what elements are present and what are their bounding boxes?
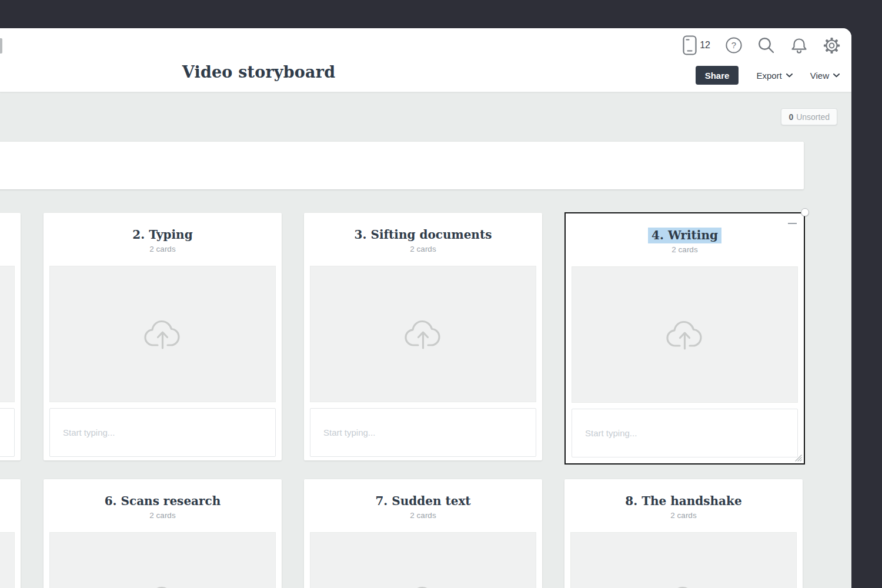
storyboard-card-selected[interactable]: 4. Writing 2 cards <box>564 212 805 465</box>
card-count-subtitle: 2 cards <box>566 245 804 254</box>
card-title[interactable]: 8. The handshake <box>564 493 803 509</box>
storyboard-card[interactable]: 8. The handshake 2 cards <box>564 479 803 588</box>
view-dropdown[interactable]: View <box>810 71 840 81</box>
card-count-subtitle: 2 cards <box>304 245 542 253</box>
cloud-upload-icon <box>142 318 183 350</box>
card-count-button[interactable]: 12 <box>683 35 710 55</box>
selected-title-text[interactable]: 4. Writing <box>648 228 721 243</box>
cloud-upload-icon <box>664 319 706 350</box>
unsorted-count: 0 <box>789 112 793 122</box>
cloud-upload-icon <box>663 584 704 588</box>
card-textbox[interactable] <box>0 408 15 457</box>
cloud-upload-icon <box>403 584 444 588</box>
header-icon-row: 12 ? <box>683 36 840 55</box>
app-window: Video storyboard 12 <box>0 28 851 588</box>
export-label: Export <box>756 71 781 81</box>
upload-dropzone[interactable] <box>310 532 536 588</box>
chevron-down-icon <box>786 74 793 78</box>
page-title[interactable]: Video storyboard <box>0 63 517 81</box>
card-tray-icon <box>683 35 697 55</box>
card-textbox[interactable] <box>310 408 536 457</box>
bell-icon <box>790 36 808 54</box>
export-dropdown[interactable]: Export <box>756 71 792 81</box>
card-text-input[interactable] <box>310 409 536 456</box>
view-label: View <box>810 71 829 81</box>
upload-dropzone[interactable] <box>572 266 798 403</box>
card-textbox[interactable] <box>572 409 798 457</box>
card-count-subtitle: 2 cards <box>564 511 803 520</box>
card-count-subtitle: 2 cards <box>44 511 282 520</box>
card-text-input[interactable] <box>572 409 797 457</box>
empty-row-card[interactable] <box>0 142 804 189</box>
card-textbox[interactable] <box>49 408 276 457</box>
header-actions: Share Export View <box>696 66 840 85</box>
help-button[interactable]: ? <box>726 37 742 54</box>
upload-dropzone[interactable] <box>310 266 536 402</box>
cloud-upload-icon <box>403 318 444 350</box>
card-count-subtitle: 2 cards <box>304 511 542 520</box>
chevron-down-icon <box>833 74 840 78</box>
card-count-subtitle: 2 cards <box>44 245 282 253</box>
card-text-input[interactable] <box>50 409 275 456</box>
notifications-button[interactable] <box>790 36 808 54</box>
card-title[interactable]: 7. Sudden text <box>304 493 542 509</box>
storyboard-card-partial[interactable] <box>0 479 21 588</box>
svg-text:?: ? <box>731 40 736 50</box>
upload-dropzone[interactable] <box>0 532 15 588</box>
magnifier-icon <box>757 36 775 54</box>
card-title[interactable]: 4. Writing <box>566 228 804 243</box>
upload-dropzone[interactable] <box>0 266 15 402</box>
upload-dropzone[interactable] <box>570 532 797 588</box>
settings-button[interactable] <box>823 37 840 54</box>
storyboard-card[interactable]: 2. Typing 2 cards <box>44 213 282 460</box>
card-title[interactable]: 3. Sifting documents <box>304 227 542 242</box>
upload-dropzone[interactable] <box>49 532 276 588</box>
header: Video storyboard 12 <box>0 28 851 92</box>
minus-icon[interactable] <box>788 223 797 224</box>
desktop-chrome: Video storyboard 12 <box>0 0 882 588</box>
card-title[interactable]: 2. Typing <box>44 227 282 242</box>
storyboard-card[interactable]: 3. Sifting documents 2 cards <box>304 213 542 460</box>
selection-handle[interactable] <box>801 208 809 216</box>
gear-icon <box>823 37 840 54</box>
storyboard-card-partial[interactable] <box>0 213 21 460</box>
question-circle-icon: ? <box>726 37 742 54</box>
storyboard-card[interactable]: 7. Sudden text 2 cards <box>304 479 542 588</box>
upload-dropzone[interactable] <box>49 266 276 402</box>
card-count-label: 12 <box>700 40 710 51</box>
card-title[interactable]: 6. Scans research <box>44 493 282 509</box>
storyboard-card[interactable]: 6. Scans research 2 cards <box>44 479 282 588</box>
unsorted-label: Unsorted <box>796 112 830 122</box>
share-button[interactable]: Share <box>696 66 739 85</box>
unsorted-badge[interactable]: 0 Unsorted <box>781 108 837 125</box>
cloud-upload-icon <box>142 584 183 588</box>
clipped-toolbar-icon <box>0 38 2 54</box>
diagonal-grip-icon[interactable] <box>793 453 802 462</box>
search-button[interactable] <box>757 36 775 54</box>
